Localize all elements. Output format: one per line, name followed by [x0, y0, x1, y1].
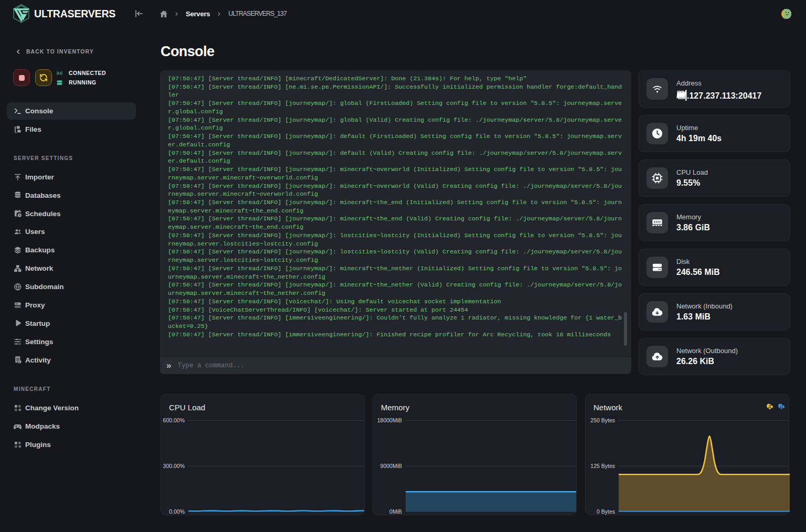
svg-text:125 Bytes: 125 Bytes: [590, 463, 615, 469]
svg-text:0MiB: 0MiB: [389, 508, 402, 515]
svg-text:0 Bytes: 0 Bytes: [597, 508, 615, 515]
svg-text:9000MiB: 9000MiB: [380, 463, 402, 469]
svg-text:18000MiB: 18000MiB: [377, 417, 402, 423]
svg-text:0.00%: 0.00%: [169, 508, 185, 515]
svg-text:300.00%: 300.00%: [163, 463, 185, 469]
svg-text:600.00%: 600.00%: [163, 417, 185, 423]
svg-text:250 Bytes: 250 Bytes: [590, 417, 615, 423]
